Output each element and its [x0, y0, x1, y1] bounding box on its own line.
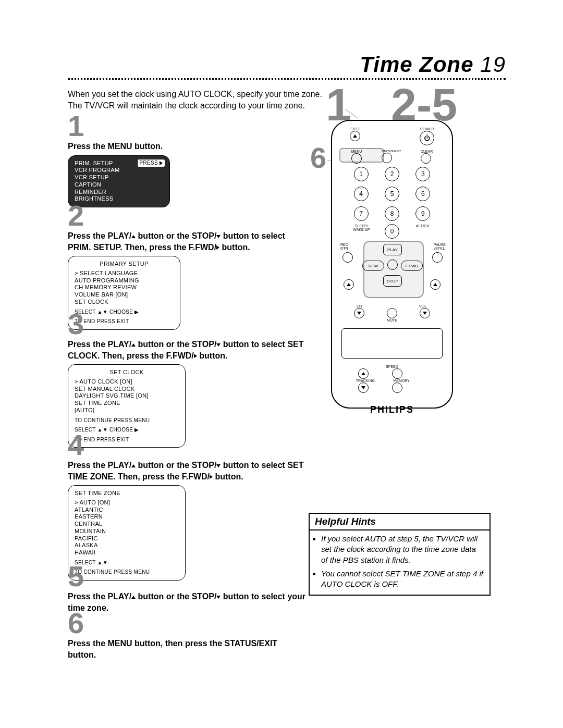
power-button[interactable]: ⏻	[420, 131, 434, 145]
menu-item: SET MANUAL CLOCK	[75, 386, 179, 393]
dpad-cluster: REC OTR PAUSE /STILL PLAY REW F.FWD STOP	[332, 243, 452, 300]
step-number: 1	[68, 112, 308, 141]
menu-item: VCR SETUP	[75, 174, 163, 181]
digit-7-button[interactable]: 7	[354, 206, 369, 221]
t: button or the STOP/	[136, 231, 216, 240]
up-arrow-icon	[131, 596, 136, 599]
step-1: 1 Press the MENU button. PRESS PRIM. SET…	[68, 112, 308, 207]
status-exit-button[interactable]	[382, 153, 392, 163]
play-button[interactable]: PLAY	[383, 244, 402, 255]
t: button.	[219, 243, 250, 252]
digit-0-button[interactable]: 0	[385, 224, 399, 239]
page-title: Time Zone 19	[360, 52, 506, 77]
menu-item: ALASKA	[75, 542, 179, 549]
digit-1-button[interactable]: 1	[354, 167, 369, 181]
clear-button[interactable]	[421, 153, 431, 164]
ch-label: CH.	[357, 304, 363, 308]
ch-down-button[interactable]	[354, 308, 364, 318]
down-arrow-icon	[423, 312, 427, 315]
hint-item: You cannot select SET TIME ZONE at step …	[321, 569, 484, 590]
brand-label: PHILIPS	[332, 404, 452, 415]
menu-item: REMINDER	[75, 189, 163, 196]
t: Press the PLAY/	[68, 461, 131, 470]
pause-button[interactable]	[432, 252, 443, 263]
right-arrow-icon	[160, 161, 163, 165]
step-text: Press the MENU button.	[68, 141, 308, 152]
digit-5-button[interactable]: 5	[385, 187, 399, 201]
step-6: 6 Press the MENU button, then press the …	[68, 609, 308, 660]
mute-label: MUTE	[387, 318, 397, 322]
digit-6-button[interactable]: 6	[415, 187, 430, 201]
intro-text: When you set the clock using AUTO CLOCK,…	[68, 89, 328, 111]
up-arrow-icon	[433, 283, 437, 286]
menu-item: SET TIME ZONE	[75, 400, 179, 407]
hint-item: If you select AUTO at step 5, the TV/VCR…	[321, 534, 484, 565]
menu-item: DAYLIGHT SVG.TIME [ON]	[75, 392, 179, 400]
menu-item: > AUTO [ON]	[75, 499, 179, 507]
t: button.	[213, 472, 243, 481]
step-3: 3 Press the PLAY/ button or the STOP/ bu…	[68, 310, 308, 448]
eject-label: EJECT	[350, 127, 361, 131]
eject-icon	[353, 134, 357, 138]
vol-label: VOL.	[419, 304, 427, 308]
number-pad: 1 2 3 4 5 6 7 8 9	[346, 167, 438, 221]
vol-up-button[interactable]	[430, 279, 440, 290]
press-label: PRESS	[140, 160, 158, 166]
step-number: 4	[68, 430, 308, 460]
down-arrow-icon	[357, 312, 361, 315]
menu-item: SET CLOCK	[75, 299, 174, 306]
tracking-label: TRACKING	[356, 379, 375, 382]
digit-3-button[interactable]: 3	[415, 167, 430, 181]
speed-button[interactable]	[392, 368, 402, 379]
ffwd-button[interactable]: F.FWD	[401, 261, 423, 271]
tracking-up-button[interactable]	[358, 368, 369, 379]
memory-label: MEMORY	[393, 379, 409, 382]
step-number: 6	[68, 609, 308, 638]
page-number: 19	[480, 52, 506, 77]
helpful-hints-box: Helpful Hints If you select AUTO at step…	[309, 513, 491, 596]
memory-button[interactable]	[392, 382, 402, 393]
mute-button[interactable]	[387, 308, 397, 318]
digit-8-button[interactable]: 8	[385, 206, 399, 221]
step-text: Press the MENU button, then press the ST…	[68, 638, 308, 660]
center-button[interactable]	[387, 260, 398, 270]
digit-9-button[interactable]: 9	[415, 206, 430, 221]
menu-item: ATLANTIC	[75, 507, 179, 514]
menu-item: CH MEMORY REVIEW	[75, 284, 174, 291]
stop-button[interactable]: STOP	[383, 275, 402, 287]
up-arrow-icon	[131, 343, 136, 347]
t: Press the PLAY/	[68, 592, 131, 601]
screen-footer: TO CONTINUE PRESS MENU	[75, 417, 179, 424]
alt-label: ALT./CH	[412, 224, 433, 239]
up-arrow-icon	[131, 464, 136, 467]
press-box: PRESS	[137, 159, 166, 168]
t: Press the PLAY/	[68, 340, 131, 349]
screen-header: SET CLOCK	[75, 369, 179, 376]
up-arrow-icon	[361, 372, 365, 375]
t: button or the STOP/	[136, 592, 216, 601]
t: button or the STOP/	[136, 340, 216, 349]
menu-button[interactable]	[351, 153, 362, 164]
eject-button[interactable]	[350, 131, 360, 141]
tracking-down-button[interactable]	[358, 382, 369, 393]
digit-2-button[interactable]: 2	[385, 167, 399, 181]
rec-label: REC OTR	[340, 243, 348, 250]
menu-item: EASTERN	[75, 513, 179, 521]
hints-list: If you select AUTO at step 5, the TV/VCR…	[321, 534, 484, 589]
menu-item: VCR PROGRAM	[75, 167, 163, 174]
ch-up-button[interactable]	[344, 279, 354, 290]
speed-label: SPEED	[386, 365, 398, 368]
digit-4-button[interactable]: 4	[354, 187, 369, 201]
rew-button[interactable]: REW	[362, 261, 384, 271]
t: button or the STOP/	[136, 461, 216, 470]
step-number: 3	[68, 310, 308, 339]
vol-down-button[interactable]	[420, 308, 430, 318]
menu-item: MOUNTAIN	[75, 528, 179, 535]
menu-item: PACIFIC	[75, 535, 179, 542]
status-exit-label: STATUS/EXIT	[382, 150, 401, 153]
clear-label: CLEAR	[421, 150, 433, 153]
rec-button[interactable]	[342, 252, 353, 263]
step-text: Press the PLAY/ button or the STOP/ butt…	[68, 339, 308, 361]
step-5: 5 Press the PLAY/ button or the STOP/ bu…	[68, 562, 308, 613]
step-text: Press the PLAY/ button or the STOP/ butt…	[68, 460, 308, 482]
